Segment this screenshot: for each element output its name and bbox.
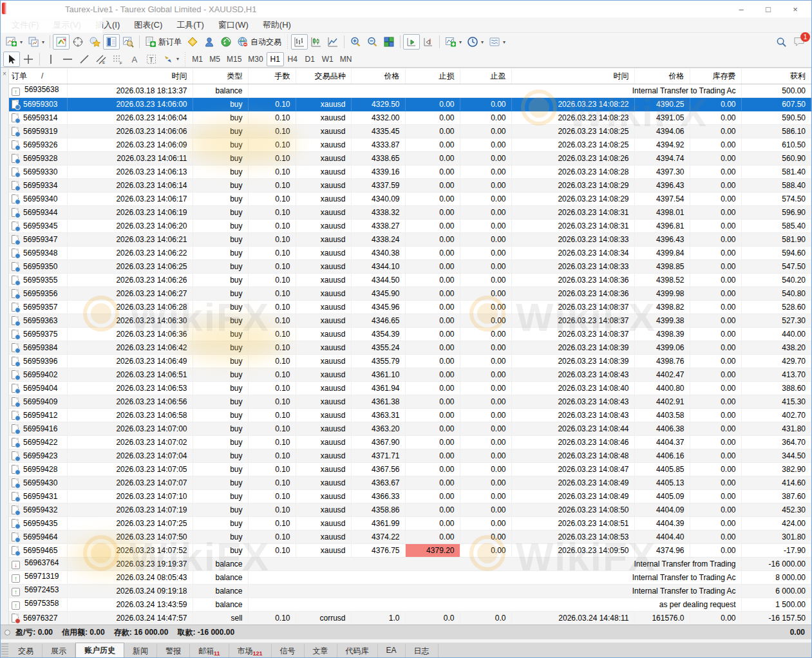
new-order-button[interactable]: 新订单 [142,34,184,50]
menu-item[interactable]: 工具(T) [169,18,211,32]
zoom-in-button[interactable] [347,34,364,50]
zoom-out-button[interactable] [364,34,381,50]
history-row[interactable]: 569594282026.03.23 14:07:05buy0.10xauusd… [9,462,811,476]
horizontal-line-button[interactable] [59,52,76,67]
tab-文章[interactable]: 文章 [305,644,337,657]
history-row[interactable]: 569593842026.03.23 14:06:42buy0.10xauusd… [9,341,811,354]
history-row[interactable]: 569594302026.03.23 14:07:07buy0.10xauusd… [9,476,811,489]
history-row[interactable]: 569593752026.03.23 14:06:36buy0.10xauusd… [9,327,811,341]
channel-button[interactable]: E [93,52,109,67]
history-row[interactable]: 569356382026.03.18 18:13:37balanceIntern… [9,84,811,97]
history-row[interactable]: 569593472026.03.23 14:06:21buy0.10xauusd… [9,232,811,246]
tab-日志[interactable]: 日志 [406,644,439,657]
history-row[interactable]: 569594232026.03.23 14:07:04buy0.10xauusd… [9,449,811,462]
column-header[interactable]: 交易品种 [296,69,351,84]
new-chart-button[interactable]: ▾ [3,34,25,50]
tab-代码库[interactable]: 代码库 [337,644,378,657]
history-row[interactable]: 569593302026.03.23 14:06:13buy0.10xauusd… [9,165,811,178]
history-row[interactable]: 569593402026.03.23 14:06:17buy0.10xauusd… [9,192,811,205]
tab-交易[interactable]: 交易 [10,644,42,657]
panel-close-icon[interactable]: × [1,70,8,77]
column-header[interactable]: 时间 [511,69,634,84]
history-row[interactable]: 569594352026.03.23 14:07:25buy0.10xauusd… [9,516,811,530]
column-header[interactable]: 时间 [67,69,193,84]
history-row[interactable]: 569713192026.03.24 08:05:43balanceIntern… [9,570,811,584]
history-row[interactable]: 569594162026.03.23 14:07:00buy0.10xauusd… [9,422,811,435]
tab-邮箱[interactable]: 邮箱11 [190,644,229,657]
candlestick-chart-button[interactable] [308,34,325,50]
menu-item[interactable]: 窗口(W) [211,18,256,32]
templates-button[interactable]: ▾ [486,34,508,50]
history-row[interactable]: 569593282026.03.23 14:06:11buy0.10xauusd… [9,151,811,165]
history-row[interactable]: 569593262026.03.23 14:06:09buy0.10xauusd… [9,138,811,151]
history-row[interactable]: 569593552026.03.23 14:06:26buy0.10xauusd… [9,273,811,287]
history-row[interactable]: 569594122026.03.23 14:06:58buy0.10xauusd… [9,408,811,422]
history-row[interactable]: 569593502026.03.23 14:06:25buy0.10xauusd… [9,259,811,273]
text-button[interactable]: A [126,52,143,67]
auto-scroll-button[interactable] [403,34,420,50]
history-row[interactable]: 569724532026.03.24 09:19:18balanceIntern… [9,584,811,597]
strategy-tester-button[interactable] [120,34,137,50]
profiles-button[interactable]: ▾ [25,34,47,50]
tab-新闻[interactable]: 新闻 [124,644,157,657]
timeframe-m30[interactable]: M30 [245,52,266,66]
minimize-button[interactable]: – [728,1,755,17]
history-row[interactable]: 569594312026.03.23 14:07:10buy0.10xauusd… [9,489,811,503]
history-row[interactable]: 569594042026.03.23 14:06:53buy0.10xauusd… [9,381,811,395]
tab-市场[interactable]: 市场121 [229,644,272,657]
tab-警报[interactable]: 警报 [157,644,190,657]
column-header[interactable]: 价格 [351,69,405,84]
maximize-button[interactable]: □ [755,1,782,17]
history-row[interactable]: 569593562026.03.23 14:06:27buy0.10xauusd… [9,287,811,300]
timeframe-m15[interactable]: M15 [223,52,245,66]
fibonacci-button[interactable]: F [109,52,126,67]
timeframe-m5[interactable]: M5 [206,52,223,66]
line-chart-button[interactable] [325,34,341,50]
tab-账户历史[interactable]: 账户历史 [75,643,124,657]
autotrading-button[interactable]: 自动交易 [234,34,284,50]
trendline-button[interactable] [76,52,93,67]
timeframe-w1[interactable]: W1 [319,52,337,66]
terminal-button[interactable] [103,34,120,50]
column-header[interactable]: 库存费 [690,69,741,84]
text-label-button[interactable]: T [143,52,160,67]
timeframe-m1[interactable]: M1 [189,52,206,66]
tab-信号[interactable]: 信号 [272,644,305,657]
history-row[interactable]: 569593142026.03.23 14:06:04buy0.10xauusd… [9,111,811,124]
history-row[interactable]: 569594642026.03.23 14:07:50buy0.10xauusd… [9,530,811,543]
history-row[interactable]: 569763272026.03.24 14:47:57sell0.10corru… [9,611,811,625]
metaeditor-button[interactable] [184,34,201,50]
arrows-button[interactable]: ▾ [160,52,182,67]
history-row[interactable]: 569593482026.03.23 14:06:22buy0.10xauusd… [9,246,811,259]
history-row[interactable]: 569753582026.03.24 13:43:59balanceas per… [9,597,811,611]
vertical-line-button[interactable] [42,52,59,67]
history-row[interactable]: 569593632026.03.23 14:06:30buy0.10xauusd… [9,314,811,327]
history-row[interactable]: 569593962026.03.23 14:06:49buy0.10xauusd… [9,354,811,368]
timeframe-mn[interactable]: MN [337,52,355,66]
search-icon[interactable] [776,37,787,48]
history-row[interactable]: 569637642026.03.23 19:19:37balanceIntern… [9,557,811,570]
tile-windows-button[interactable] [381,34,397,50]
history-row[interactable]: 569594222026.03.23 14:07:02buy0.10xauusd… [9,435,811,449]
history-row[interactable]: 569594022026.03.23 14:06:51buy0.10xauusd… [9,368,811,381]
column-header[interactable]: 止损 [405,69,460,84]
data-window-button[interactable] [70,34,86,50]
navigator-button[interactable] [86,34,103,50]
column-header[interactable]: 订单/ [9,69,67,84]
tab-EA[interactable]: EA [378,644,406,657]
column-header[interactable]: 类型 [193,69,248,84]
column-header[interactable]: 止盈 [460,69,511,84]
menu-item[interactable]: 帮助(H) [256,18,298,32]
timeframe-d1[interactable]: D1 [301,52,319,66]
history-row[interactable]: 569593192026.03.23 14:06:06buy0.10xauusd… [9,124,811,138]
chart-shift-button[interactable] [420,34,437,50]
tab-展示[interactable]: 展示 [42,644,75,657]
history-row[interactable]: 569593032026.03.23 14:06:00buy0.10xauusd… [9,97,811,111]
indicators-button[interactable]: ▾ [442,34,464,50]
timeframe-h1[interactable]: H1 [267,52,284,66]
market-watch-button[interactable] [53,34,70,50]
periods-button[interactable]: ▾ [464,34,486,50]
history-row[interactable]: 569594652026.03.23 14:07:52buy0.10xauusd… [9,543,811,557]
history-row[interactable]: 569593442026.03.23 14:06:19buy0.10xauusd… [9,205,811,219]
column-header[interactable]: 获利 [741,69,811,84]
